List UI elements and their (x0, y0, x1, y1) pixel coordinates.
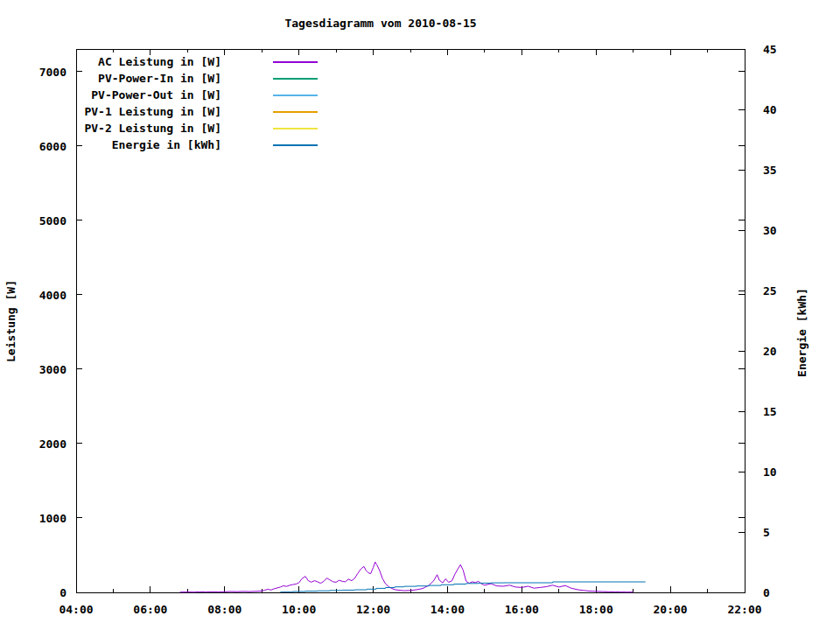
x-tick-label: 12:00 (356, 603, 390, 616)
series-line-energie-in-kwh- (280, 582, 645, 592)
y-left-tick-label: 0 (60, 586, 66, 599)
y-right-tick-label: 15 (763, 405, 777, 418)
y-left-tick-label: 4000 (39, 289, 66, 302)
legend-label: PV-1 Leistung in [W] (84, 105, 221, 118)
legend-label: Energie in [kWh] (112, 138, 221, 151)
x-tick-label: 22:00 (727, 603, 761, 616)
x-tick-label: 18:00 (579, 603, 613, 616)
y-right-tick-label: 35 (763, 164, 777, 177)
daily-pv-chart: Tagesdiagramm vom 2010-08-15 Leistung [W… (0, 0, 840, 630)
x-tick-label: 16:00 (505, 603, 539, 616)
y-left-tick-label: 3000 (39, 363, 66, 376)
y-left-tick-label: 1000 (39, 512, 66, 525)
legend: AC Leistung in [W]PV-Power-In in [W]PV-P… (84, 55, 318, 151)
y-left-tick-label: 6000 (39, 140, 66, 153)
x-tick-label: 10:00 (282, 603, 316, 616)
y-right-tick-label: 0 (763, 586, 770, 599)
chart-svg: Tagesdiagramm vom 2010-08-15 Leistung [W… (0, 0, 840, 630)
x-tick-label: 06:00 (133, 603, 167, 616)
y-right-tick-label: 20 (763, 345, 777, 358)
y-axis-label-right: Energie [kWh] (795, 288, 808, 377)
x-tick-label: 20:00 (654, 603, 688, 616)
y-axis-label-left: Leistung [W] (4, 280, 18, 362)
legend-label: PV-Power-In in [W] (98, 72, 221, 85)
legend-label: PV-2 Leistung in [W] (84, 122, 221, 135)
y-left-tick-label: 2000 (39, 438, 66, 451)
x-tick-label: 14:00 (430, 603, 465, 616)
y-right-tick-label: 10 (763, 466, 777, 479)
y-right-tick-label: 5 (763, 526, 770, 539)
chart-title: Tagesdiagramm vom 2010-08-15 (284, 17, 476, 30)
y-right-tick-label: 40 (763, 103, 777, 116)
series-line-ac-leistung-in-w- (180, 562, 634, 592)
y-left-tick-label: 7000 (39, 66, 66, 79)
y-right-tick-label: 30 (763, 224, 777, 237)
data-series (180, 562, 646, 592)
y-right-tick-label: 25 (763, 284, 777, 298)
legend-label: AC Leistung in [W] (98, 55, 221, 68)
x-tick-label: 08:00 (207, 603, 242, 616)
legend-label: PV-Power-Out in [W] (91, 88, 221, 102)
y-left-tick-label: 5000 (39, 214, 66, 228)
x-tick-label: 04:00 (59, 603, 93, 616)
y-right-tick-label: 45 (763, 43, 777, 56)
